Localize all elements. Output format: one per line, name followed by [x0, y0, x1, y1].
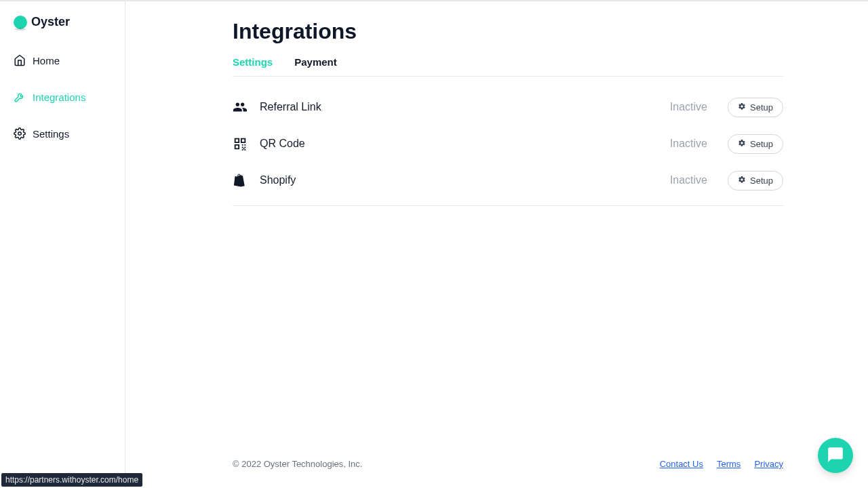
setup-button-label: Setup [750, 176, 773, 186]
sidebar-item-integrations[interactable]: Integrations [14, 85, 111, 109]
gear-icon [14, 127, 26, 140]
svg-point-0 [18, 132, 22, 136]
setup-button[interactable]: Setup [728, 134, 783, 154]
integration-label: Referral Link [260, 101, 658, 113]
sidebar-item-settings[interactable]: Settings [14, 121, 111, 146]
page-title: Integrations [233, 19, 783, 44]
integration-status: Inactive [670, 174, 707, 186]
brand[interactable]: Oyster [0, 15, 125, 48]
sidebar: Oyster Home Integrations Settings [0, 1, 125, 488]
tab-settings[interactable]: Settings [233, 56, 273, 76]
gear-icon [738, 176, 746, 186]
setup-button-label: Setup [750, 102, 773, 113]
integration-label: QR Code [260, 138, 658, 150]
sidebar-nav: Home Integrations Settings [0, 48, 125, 146]
brand-logo-icon [14, 16, 27, 29]
gear-icon [738, 139, 746, 149]
sidebar-item-label: Settings [33, 128, 69, 140]
sidebar-item-label: Home [33, 55, 60, 66]
setup-button[interactable]: Setup [728, 98, 783, 117]
people-icon [233, 100, 248, 115]
footer-copyright: © 2022 Oyster Technologies, Inc. [233, 459, 362, 469]
integration-status: Inactive [670, 101, 707, 113]
tab-label: Payment [294, 56, 337, 68]
sidebar-item-home[interactable]: Home [14, 48, 111, 73]
setup-button[interactable]: Setup [728, 171, 783, 190]
integration-row: QR Code Inactive Setup [233, 125, 783, 162]
tab-payment[interactable]: Payment [294, 56, 337, 76]
main: Integrations Settings Payment [125, 1, 868, 488]
brand-name: Oyster [31, 15, 70, 29]
integration-list: Referral Link Inactive Setup [233, 89, 783, 206]
gear-icon [738, 102, 746, 113]
qr-code-icon [233, 136, 248, 151]
footer-link-contact[interactable]: Contact Us [660, 459, 703, 469]
chat-fab[interactable] [818, 438, 853, 473]
integration-row: Shopify Inactive Setup [233, 162, 783, 199]
browser-status-url: https://partners.withoyster.com/home [1, 473, 142, 487]
integration-status: Inactive [670, 138, 707, 150]
setup-button-label: Setup [750, 139, 773, 149]
footer-link-privacy[interactable]: Privacy [754, 459, 783, 469]
integration-label: Shopify [260, 174, 658, 186]
footer: © 2022 Oyster Technologies, Inc. Contact… [125, 459, 868, 488]
tabs: Settings Payment [233, 56, 783, 77]
footer-links: Contact Us Terms Privacy [660, 459, 783, 469]
sidebar-item-label: Integrations [33, 92, 85, 103]
footer-link-terms[interactable]: Terms [717, 459, 741, 469]
tab-label: Settings [233, 56, 273, 68]
shopify-icon [233, 173, 248, 188]
wrench-icon [14, 91, 26, 103]
chat-icon [827, 446, 844, 466]
home-icon [14, 54, 26, 66]
integration-row: Referral Link Inactive Setup [233, 89, 783, 125]
